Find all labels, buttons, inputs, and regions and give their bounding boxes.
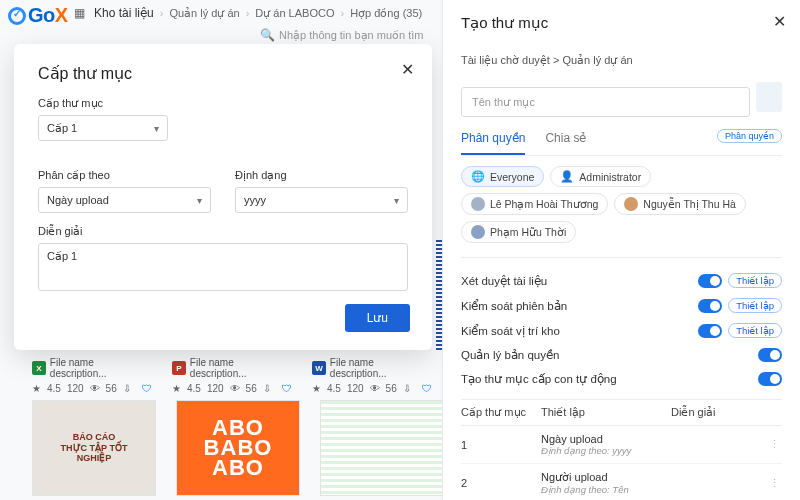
breadcrumb-item[interactable]: Dự án LABOCO [255,7,334,20]
brand-logo: GoX [8,4,68,27]
filetype-icon: P [172,361,186,375]
avatar [471,197,485,211]
toggle-switch[interactable] [758,348,782,362]
table-row[interactable]: 2 Người uploadĐịnh dạng theo: Tên ⋮ [461,464,782,500]
file-card[interactable]: WFile name description... ★4.5120👁56⇩🛡 [312,355,432,394]
chip-user[interactable]: Lê Phạm Hoài Thương [461,193,608,215]
format-select[interactable]: yyyy▾ [235,187,408,213]
permission-badge[interactable]: Phân quyền [717,129,782,143]
setting-row: Xét duyệt tài liệu Thiết lập [461,268,782,293]
shield-icon: 🛡 [282,383,292,394]
chip-user[interactable]: Phạm Hữu Thời [461,221,576,243]
breadcrumb-item[interactable]: Hợp đồng (35) [350,7,422,20]
document-thumb[interactable] [320,400,444,496]
sublevel-table: Cấp thư mục Thiết lập Diễn giải 1 Ngày u… [461,399,782,500]
setting-row: Quản lý bản quyền [461,343,782,367]
file-name: File name description... [190,357,292,379]
modal-title: Cấp thư mục [38,64,408,83]
chip-everyone[interactable]: 🌐Everyone [461,166,544,187]
file-name: File name description... [330,357,432,379]
create-folder-panel: Tạo thư mục ✕ Tài liệu chờ duyệt > Quản … [442,0,800,500]
admin-icon: 👤 [560,170,574,183]
toggle-switch[interactable] [698,324,722,338]
avatar [624,197,638,211]
chip-admin[interactable]: 👤Administrator [550,166,651,187]
more-icon[interactable]: ⋮ [769,477,780,490]
setting-row: Kiểm soát vị trí kho Thiết lập [461,318,782,343]
th-desc: Diễn giải [671,406,782,419]
level-select[interactable]: Cấp 1▾ [38,115,168,141]
panel-path: Tài liệu chờ duyệt > Quản lý dự án [461,54,782,67]
panel-title: Tạo thư mục [461,14,782,32]
chip-user[interactable]: Nguyễn Thị Thu Hà [614,193,746,215]
search-input[interactable]: 🔍 Nhập thông tin bạn muốn tìm [260,28,424,42]
more-icon[interactable]: ⋮ [769,438,780,451]
toggle-switch[interactable] [698,299,722,313]
shield-icon: 🛡 [422,383,432,394]
field-label: Cấp thư mục [38,97,408,110]
breadcrumb: Kho tài liệu › Quản lý dự án › Dự án LAB… [94,6,422,20]
toggle-switch[interactable] [698,274,722,288]
folder-name-input[interactable]: Tên thư mục [461,87,750,117]
table-row[interactable]: 1 Ngày uploadĐịnh dạng theo: yyyy ⋮ [461,426,782,464]
setting-row: Tạo thư mục cấp con tự động [461,367,782,391]
file-name: File name description... [50,357,152,379]
tab-share[interactable]: Chia sẻ [545,131,586,155]
folder-level-modal: Cấp thư mục ✕ Cấp thư mục Cấp 1▾ Phân cấ… [14,44,432,350]
breadcrumb-item[interactable]: Kho tài liệu [94,6,154,20]
toggle-switch[interactable] [758,372,782,386]
setting-row: Kiểm soát phiên bản Thiết lập [461,293,782,318]
field-label: Phân cấp theo [38,169,211,182]
file-card[interactable]: XFile name description... ★4.5120👁56⇩🛡 [32,355,152,394]
grid-view-icon[interactable]: ▦ [74,6,85,20]
search-icon: 🔍 [260,28,275,42]
field-label: Diễn giải [38,225,408,238]
globe-icon: 🌐 [471,170,485,183]
shield-icon: 🛡 [142,383,152,394]
filetype-icon: W [312,361,326,375]
configure-link[interactable]: Thiết lập [728,273,782,288]
close-icon[interactable]: ✕ [401,60,414,79]
file-card[interactable]: PFile name description... ★4.5120👁56⇩🛡 [172,355,292,394]
search-placeholder: Nhập thông tin bạn muốn tìm [279,29,424,42]
description-textarea[interactable] [38,243,408,291]
document-thumb[interactable]: BÁO CÁO THỰC TẬP TỐT NGHIỆP [32,400,156,496]
configure-link[interactable]: Thiết lập [728,298,782,313]
save-button[interactable]: Lưu [345,304,410,332]
th-level: Cấp thư mục [461,406,541,419]
filetype-icon: X [32,361,46,375]
th-config: Thiết lập [541,406,671,419]
chevron-down-icon: ▾ [394,195,399,206]
chevron-down-icon: ▾ [154,123,159,134]
aux-button[interactable] [756,82,782,112]
split-by-select[interactable]: Ngày upload▾ [38,187,211,213]
configure-link[interactable]: Thiết lập [728,323,782,338]
field-label: Định dạng [235,169,408,182]
avatar [471,225,485,239]
breadcrumb-item[interactable]: Quản lý dự án [169,7,239,20]
tab-permissions[interactable]: Phân quyền [461,131,525,155]
close-icon[interactable]: ✕ [773,12,786,31]
document-thumb[interactable]: ABO BABO ABO [176,400,300,496]
chevron-down-icon: ▾ [197,195,202,206]
